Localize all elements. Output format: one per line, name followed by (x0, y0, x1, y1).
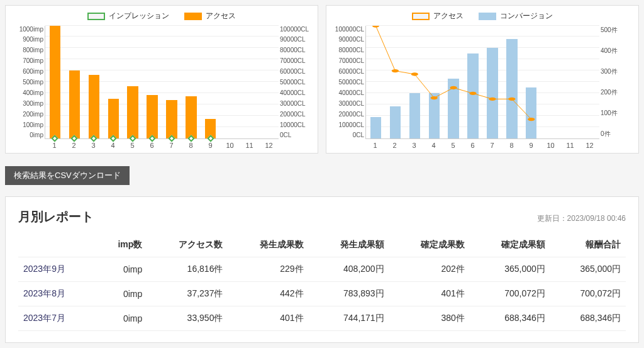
chart2-plot (365, 26, 599, 139)
bar (127, 86, 138, 138)
th-kakutei-amount: 確定成果額 (470, 233, 550, 257)
legend-impression: インプレッション (87, 11, 169, 21)
cell-access: 16,816件 (147, 257, 228, 281)
legend-impression-label: インプレッション (109, 11, 169, 21)
line-point-icon (411, 72, 418, 76)
report-updated-date: 更新日：2023/09/18 00:46 (537, 213, 626, 224)
line-point-icon (372, 26, 379, 28)
swatch-impression-icon (87, 13, 105, 20)
cell-hassei-amount: 783,893円 (309, 281, 389, 306)
swatch-access-line-icon (412, 13, 430, 20)
th-hassei-amount: 発生成果額 (309, 233, 389, 257)
legend-conversion-label: コンバージョン (500, 11, 553, 21)
cell-kakutei-amount: 700,072円 (470, 281, 550, 306)
legend-access2-label: アクセス (433, 11, 464, 21)
cell-imp: 0imp (96, 257, 148, 281)
cell-reward: 365,000円 (550, 257, 626, 281)
cell-hassei-amount: 744,171円 (309, 306, 389, 330)
csv-download-button[interactable]: 検索結果をCSVダウンロード (5, 166, 130, 185)
bar (69, 70, 80, 138)
cell-imp: 0imp (96, 281, 148, 306)
chart2-legend: アクセス コンバージョン (333, 9, 632, 26)
cell-period[interactable]: 2023年8月 (18, 281, 96, 306)
cell-period[interactable]: 2023年9月 (18, 257, 96, 281)
table-row: 2023年8月0imp37,237件442件783,893円401件700,07… (18, 281, 626, 306)
bar (186, 96, 196, 138)
monthly-report-card: 月別レポート 更新日：2023/09/18 00:46 imp数 アクセス数 発… (5, 196, 639, 343)
cell-reward: 700,072円 (550, 281, 626, 306)
bar (147, 95, 157, 138)
cell-access: 33,950件 (147, 306, 228, 330)
cell-hassei-count: 229件 (228, 257, 308, 281)
monthly-report-table: imp数 アクセス数 発生成果数 発生成果額 確定成果数 確定成果額 報酬合計 … (18, 233, 626, 331)
bar (89, 75, 99, 138)
chart1-yaxis-right: 100000CL90000CL80000CL70000CL60000CL5000… (279, 26, 311, 139)
swatch-access-icon (184, 13, 202, 20)
line-point-icon (431, 96, 438, 99)
bar (50, 26, 60, 138)
cell-kakutei-count: 202件 (389, 257, 470, 281)
chart2-yaxis-right: 500件400件300件200件100件0件 (599, 26, 632, 139)
cell-kakutei-count: 401件 (389, 281, 470, 306)
table-row: 2023年9月0imp16,816件229件408,200円202件365,00… (18, 257, 626, 281)
legend-access: アクセス (184, 11, 236, 21)
th-reward: 報酬合計 (550, 233, 626, 257)
table-row: 2023年7月0imp33,950件401件744,171円380件688,34… (18, 306, 626, 330)
chart2-yaxis-left: 100000CL90000CL80000CL70000CL60000CL5000… (333, 26, 365, 139)
th-access: アクセス数 (147, 233, 228, 257)
line-point-icon (489, 97, 496, 100)
line-point-icon (392, 69, 399, 72)
cell-hassei-count: 401件 (228, 306, 308, 330)
cell-period[interactable]: 2023年7月 (18, 306, 96, 330)
chart-access-conversion: アクセス コンバージョン 100000CL90000CL80000CL70000… (326, 5, 639, 154)
cell-hassei-amount: 408,200円 (309, 257, 389, 281)
chart-impressions-access: インプレッション アクセス 1000imp900imp800imp700imp6… (5, 5, 318, 154)
legend-conversion: コンバージョン (479, 11, 553, 21)
report-title: 月別レポート (18, 208, 94, 225)
chart1-yaxis-left: 1000imp900imp800imp700imp600imp500imp400… (12, 26, 45, 139)
cell-kakutei-amount: 365,000円 (470, 257, 550, 281)
th-period (18, 233, 96, 257)
chart2-xaxis: 123456789101112 (365, 139, 599, 149)
legend-access2: アクセス (412, 11, 464, 21)
cell-imp: 0imp (96, 306, 148, 330)
table-header-row: imp数 アクセス数 発生成果数 発生成果額 確定成果数 確定成果額 報酬合計 (18, 233, 626, 257)
line-point-icon (469, 91, 476, 94)
legend-access-label: アクセス (206, 11, 236, 21)
chart1-xaxis: 123456789101112 (45, 139, 279, 149)
cell-access: 37,237件 (147, 281, 228, 306)
th-hassei-count: 発生成果数 (228, 233, 308, 257)
th-imp: imp数 (96, 233, 148, 257)
cell-reward: 688,346円 (550, 306, 626, 330)
th-kakutei-count: 確定成果数 (389, 233, 470, 257)
bar (166, 100, 177, 138)
chart1-plot (45, 26, 279, 139)
chart1-legend: インプレッション アクセス (12, 9, 311, 26)
cell-kakutei-count: 380件 (389, 306, 470, 330)
line-point-icon (450, 86, 457, 89)
line-point-icon (528, 117, 535, 120)
cell-hassei-count: 442件 (228, 281, 308, 306)
cell-kakutei-amount: 688,346円 (470, 306, 550, 330)
bar (108, 99, 119, 138)
line-point-icon (508, 97, 515, 100)
swatch-conversion-icon (479, 13, 496, 20)
